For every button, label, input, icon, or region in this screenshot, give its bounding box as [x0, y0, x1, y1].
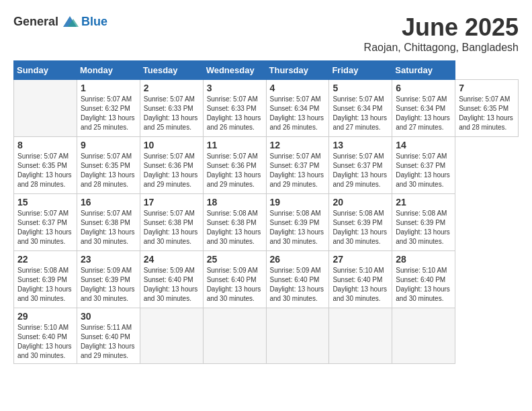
calendar-cell: [14, 80, 77, 137]
header-wednesday: Wednesday: [203, 61, 266, 80]
calendar-cell: 30Sunrise: 5:11 AMSunset: 6:40 PMDayligh…: [77, 308, 140, 364]
day-number: 6: [396, 83, 451, 93]
logo-general: General: [13, 15, 58, 29]
day-number: 9: [81, 140, 136, 150]
calendar-cell: 9Sunrise: 5:07 AMSunset: 6:35 PMDaylight…: [77, 137, 140, 194]
day-info: Sunrise: 5:09 AMSunset: 6:40 PMDaylight:…: [144, 266, 200, 304]
calendar-cell: 3Sunrise: 5:07 AMSunset: 6:33 PMDaylight…: [203, 80, 266, 137]
logo-icon: [60, 13, 80, 30]
header-monday: Monday: [77, 61, 140, 80]
calendar-cell: [140, 308, 203, 364]
day-info: Sunrise: 5:08 AMSunset: 6:39 PMDaylight:…: [270, 209, 326, 246]
calendar-header-row: SundayMondayTuesdayWednesdayThursdayFrid…: [14, 61, 519, 80]
calendar-subtitle: Raojan, Chittagong, Bangladesh: [364, 42, 519, 54]
day-info: Sunrise: 5:07 AMSunset: 6:36 PMDaylight:…: [144, 152, 200, 189]
day-number: 18: [207, 197, 263, 208]
day-number: 2: [144, 83, 200, 93]
calendar-week-3: 22Sunrise: 5:08 AMSunset: 6:39 PMDayligh…: [14, 251, 519, 308]
calendar-cell: [203, 308, 266, 364]
day-info: Sunrise: 5:07 AMSunset: 6:32 PMDaylight:…: [81, 95, 136, 132]
calendar-cell: 17Sunrise: 5:07 AMSunset: 6:38 PMDayligh…: [140, 194, 203, 251]
day-info: Sunrise: 5:07 AMSunset: 6:35 PMDaylight:…: [81, 152, 136, 189]
day-number: 7: [459, 83, 515, 93]
day-info: Sunrise: 5:07 AMSunset: 6:37 PMDaylight:…: [332, 152, 388, 189]
calendar-cell: 6Sunrise: 5:07 AMSunset: 6:34 PMDaylight…: [392, 80, 455, 137]
day-number: 22: [17, 254, 73, 265]
day-info: Sunrise: 5:10 AMSunset: 6:40 PMDaylight:…: [17, 323, 73, 361]
calendar-cell: 20Sunrise: 5:08 AMSunset: 6:39 PMDayligh…: [329, 194, 392, 251]
day-number: 8: [17, 140, 73, 150]
calendar-cell: 19Sunrise: 5:08 AMSunset: 6:39 PMDayligh…: [266, 194, 329, 251]
day-info: Sunrise: 5:07 AMSunset: 6:34 PMDaylight:…: [396, 95, 451, 132]
day-number: 27: [332, 254, 388, 265]
calendar-cell: [329, 308, 392, 364]
calendar-cell: [266, 308, 329, 364]
day-number: 11: [207, 140, 263, 150]
day-number: 30: [81, 311, 136, 322]
header-friday: Friday: [329, 61, 392, 80]
logo: General Blue: [13, 13, 107, 30]
calendar-cell: 5Sunrise: 5:07 AMSunset: 6:34 PMDaylight…: [329, 80, 392, 137]
header-sunday: Sunday: [14, 61, 77, 80]
day-info: Sunrise: 5:07 AMSunset: 6:34 PMDaylight:…: [332, 95, 388, 132]
day-number: 29: [17, 311, 73, 322]
calendar-cell: 2Sunrise: 5:07 AMSunset: 6:33 PMDaylight…: [140, 80, 203, 137]
day-number: 20: [332, 197, 388, 208]
day-info: Sunrise: 5:07 AMSunset: 6:38 PMDaylight:…: [144, 209, 200, 246]
day-info: Sunrise: 5:07 AMSunset: 6:35 PMDaylight:…: [17, 152, 73, 189]
logo-blue: Blue: [81, 15, 107, 29]
title-area: June 2025 Raojan, Chittagong, Bangladesh: [364, 13, 519, 54]
day-info: Sunrise: 5:07 AMSunset: 6:33 PMDaylight:…: [207, 95, 263, 132]
calendar-week-2: 15Sunrise: 5:07 AMSunset: 6:37 PMDayligh…: [14, 194, 519, 251]
day-number: 3: [207, 83, 263, 93]
day-number: 21: [396, 197, 451, 208]
calendar-cell: 24Sunrise: 5:09 AMSunset: 6:40 PMDayligh…: [140, 251, 203, 308]
day-info: Sunrise: 5:07 AMSunset: 6:38 PMDaylight:…: [81, 209, 136, 246]
calendar-table: SundayMondayTuesdayWednesdayThursdayFrid…: [13, 60, 519, 364]
day-info: Sunrise: 5:09 AMSunset: 6:39 PMDaylight:…: [81, 266, 136, 304]
calendar-cell: 25Sunrise: 5:09 AMSunset: 6:40 PMDayligh…: [203, 251, 266, 308]
day-number: 16: [81, 197, 136, 208]
calendar-cell: 22Sunrise: 5:08 AMSunset: 6:39 PMDayligh…: [14, 251, 77, 308]
calendar-cell: 16Sunrise: 5:07 AMSunset: 6:38 PMDayligh…: [77, 194, 140, 251]
day-number: 15: [17, 197, 73, 208]
calendar-title: June 2025: [364, 13, 519, 42]
day-number: 4: [270, 83, 326, 93]
day-number: 24: [144, 254, 200, 265]
calendar-cell: 18Sunrise: 5:08 AMSunset: 6:38 PMDayligh…: [203, 194, 266, 251]
calendar-cell: 12Sunrise: 5:07 AMSunset: 6:37 PMDayligh…: [266, 137, 329, 194]
day-info: Sunrise: 5:07 AMSunset: 6:35 PMDaylight:…: [459, 95, 515, 132]
header-tuesday: Tuesday: [140, 61, 203, 80]
day-info: Sunrise: 5:07 AMSunset: 6:33 PMDaylight:…: [144, 95, 200, 132]
day-number: 13: [332, 140, 388, 150]
calendar-cell: 28Sunrise: 5:10 AMSunset: 6:40 PMDayligh…: [392, 251, 455, 308]
day-number: 28: [396, 254, 451, 265]
calendar-cell: 21Sunrise: 5:08 AMSunset: 6:39 PMDayligh…: [392, 194, 455, 251]
calendar-week-0: 1Sunrise: 5:07 AMSunset: 6:32 PMDaylight…: [14, 80, 519, 137]
day-number: 19: [270, 197, 326, 208]
calendar-cell: 29Sunrise: 5:10 AMSunset: 6:40 PMDayligh…: [14, 308, 77, 364]
day-info: Sunrise: 5:10 AMSunset: 6:40 PMDaylight:…: [396, 266, 451, 304]
header-thursday: Thursday: [266, 61, 329, 80]
calendar-cell: 11Sunrise: 5:07 AMSunset: 6:36 PMDayligh…: [203, 137, 266, 194]
calendar-cell: 8Sunrise: 5:07 AMSunset: 6:35 PMDaylight…: [14, 137, 77, 194]
day-number: 26: [270, 254, 326, 265]
day-info: Sunrise: 5:08 AMSunset: 6:39 PMDaylight:…: [332, 209, 388, 246]
day-info: Sunrise: 5:11 AMSunset: 6:40 PMDaylight:…: [81, 323, 136, 361]
day-number: 10: [144, 140, 200, 150]
day-number: 17: [144, 197, 200, 208]
calendar-week-4: 29Sunrise: 5:10 AMSunset: 6:40 PMDayligh…: [14, 308, 519, 364]
calendar-cell: 26Sunrise: 5:09 AMSunset: 6:40 PMDayligh…: [266, 251, 329, 308]
day-number: 14: [396, 140, 451, 150]
calendar-cell: 4Sunrise: 5:07 AMSunset: 6:34 PMDaylight…: [266, 80, 329, 137]
header-saturday: Saturday: [392, 61, 455, 80]
calendar-cell: [392, 308, 455, 364]
day-number: 25: [207, 254, 263, 265]
day-number: 12: [270, 140, 326, 150]
calendar-week-1: 8Sunrise: 5:07 AMSunset: 6:35 PMDaylight…: [14, 137, 519, 194]
day-info: Sunrise: 5:08 AMSunset: 6:39 PMDaylight:…: [396, 209, 451, 246]
header: General Blue June 2025 Raojan, Chittagon…: [13, 13, 519, 54]
day-info: Sunrise: 5:09 AMSunset: 6:40 PMDaylight:…: [270, 266, 326, 304]
calendar-cell: 10Sunrise: 5:07 AMSunset: 6:36 PMDayligh…: [140, 137, 203, 194]
day-number: 1: [81, 83, 136, 93]
